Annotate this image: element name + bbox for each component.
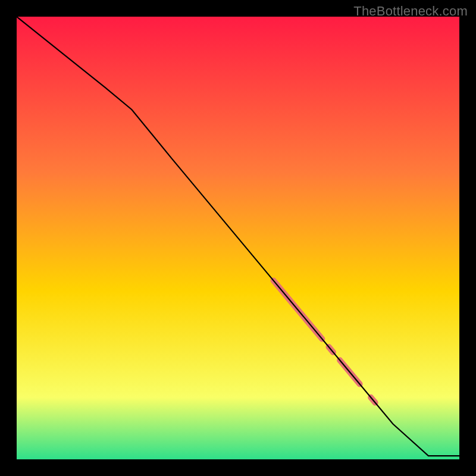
chart-frame: TheBottleneck.com — [0, 0, 476, 476]
plot-area — [17, 17, 459, 459]
chart-svg — [17, 17, 459, 459]
